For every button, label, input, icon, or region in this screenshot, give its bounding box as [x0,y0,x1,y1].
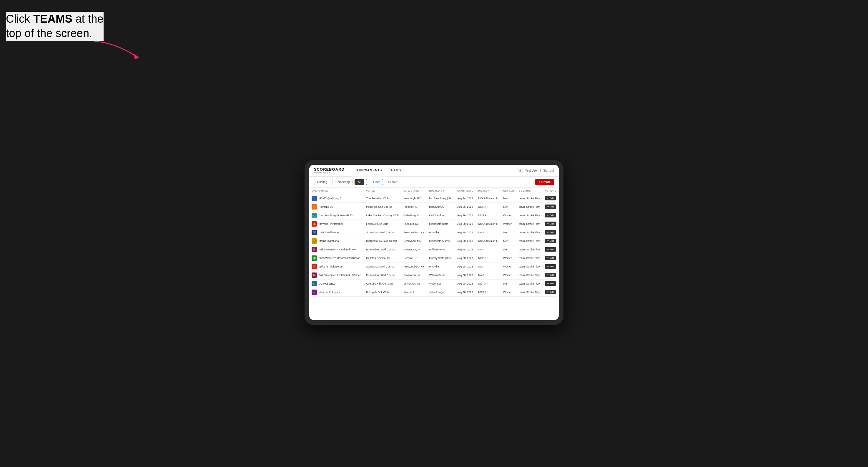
cell-division: NICAA II [476,254,501,262]
edit-button[interactable]: ✏ Edit [545,247,556,252]
cell-event-name: 🐻 upike fall invitational [309,262,364,271]
cell-division: NICAA II [476,279,501,288]
cell-gender: Women [501,288,517,296]
cell-scoring: team, Stroke Play [517,262,542,271]
cell-actions: ✏ Edit [542,271,559,279]
cell-division: NAIA [476,228,501,237]
col-city-state: CITY, STATE [401,188,427,194]
cell-city-state: Oskaloosa, IA [401,271,427,279]
event-name-text: 2023 Women's Hesston Fall Kickoff [319,257,360,259]
edit-button[interactable]: ✏ Edit [545,239,556,243]
cell-venue: Ruttger's Bay Lake Resort [364,237,401,245]
app-header: SCOREBOARD Powered by clippit TOURNAMENT… [309,165,559,177]
edit-button[interactable]: ✏ Edit [545,222,556,226]
cell-division: NAIA [476,245,501,254]
cell-actions: ✏ Edit [542,245,559,254]
table-row: ⛳ Highland 36 Park Hills Golf Course Fre… [309,203,559,211]
table-row: 🏛 Fall Statesmen Invitational - Men Edmu… [309,245,559,254]
team-icon: 🦅 [312,281,317,286]
cell-gender: Men [501,237,517,245]
cell-gender: Women [501,211,517,220]
nav-tournaments[interactable]: TOURNAMENTS [351,165,385,177]
sign-out-link[interactable]: Sign out [543,169,554,172]
cell-scoring: team, Stroke Play [517,228,542,237]
cell-venue: Lake Bracken Country Club [364,211,401,220]
cell-scoring: team, Stroke Play [517,237,542,245]
arrow-indicator [91,38,150,63]
table-row: 🦅 Carl Sandburg Women FA23 Lake Bracken … [309,211,559,220]
edit-button[interactable]: ✏ Edit [545,264,556,269]
cell-scoring: team, Stroke Play [517,279,542,288]
col-scoring: SCORING [517,188,542,194]
user-name: Test User [525,169,537,172]
edit-button[interactable]: ✏ Edit [545,290,556,294]
cell-venue: StoneCrest Golf Course [364,262,401,271]
cell-scoring: team, Stroke Play [517,288,542,296]
filter-button[interactable]: ☰ Filter [366,179,383,185]
event-name-text: UPIKE Fall Invite [319,231,339,234]
edit-button[interactable]: ✏ Edit [545,281,556,286]
instruction-text: Click TEAMS at thetop of the screen. [6,12,103,41]
team-icon: 🐻 [312,230,317,235]
cell-hosted-by: John A Logan [427,288,455,296]
cell-start-date: Aug 28, 2023 [455,279,476,288]
cell-start-date: Aug 26, 2023 [455,211,476,220]
table-body: 🏌 MSMC Qualifying 1 The Powelton Club Ne… [309,194,559,296]
cell-actions: ✏ Edit [542,288,559,296]
cell-venue: Park Hills Golf Course [364,203,401,211]
col-division: DIVISION [476,188,501,194]
cell-scoring: team, Stroke Play [517,203,542,211]
cell-scoring: team, Stroke Play [517,211,542,220]
team-icon: 🦅 [312,213,317,218]
logo-text: SCOREBOARD [314,167,345,172]
team-icon: 🦁 [312,238,317,244]
edit-button[interactable]: ✏ Edit [545,213,556,217]
cell-hosted-by: William Penn [427,271,455,279]
edit-button[interactable]: ✏ Edit [545,256,556,260]
nav-teams[interactable]: TEAMS [385,165,405,177]
event-name-text: Morris Invitational [319,240,340,243]
cell-scoring: team, Stroke Play [517,271,542,279]
svg-marker-0 [134,54,139,59]
cell-event-name: 🐻 UPIKE Fall Invite [309,228,364,237]
edit-button[interactable]: ✏ Edit [545,273,556,277]
cell-actions: ✏ Edit [542,262,559,271]
cell-hosted-by: Mt. Saint Mary (NY) [427,194,455,203]
cell-event-name: 🦅 Klash at Kokopelli [309,288,364,296]
hosting-tab[interactable]: Hosting [314,179,331,185]
edit-button[interactable]: ✏ Edit [545,230,556,235]
edit-button[interactable]: ✏ Edit [545,196,556,200]
filter-icon: ☰ [369,180,372,184]
cell-actions: ✏ Edit [542,194,559,203]
cell-event-name: 🏌 MSMC Qualifying 1 [309,194,364,203]
search-box[interactable] [385,179,534,185]
cell-hosted-by: Murray State (OK) [427,254,455,262]
cell-division: NAIA [476,262,501,271]
event-name-text: Maverick Invitational [319,222,343,225]
all-tab[interactable]: All [354,179,364,185]
cell-scoring: team, Stroke Play [517,254,542,262]
cell-actions: ✏ Edit [542,203,559,211]
cell-venue: StoneCrest Golf Course [364,228,401,237]
cell-gender: Women [501,262,517,271]
cell-event-name: 🌟 2023 Women's Hesston Fall Kickoff [309,254,364,262]
cell-venue: Faribault Golf Club [364,220,401,228]
col-event-name: EVENT NAME [309,188,364,194]
competing-tab[interactable]: Competing [332,179,353,185]
create-button[interactable]: + Create [535,179,554,185]
event-name-text: Klash at Kokopelli [319,291,340,294]
cell-scoring: team, Stroke Play [517,194,542,203]
settings-icon[interactable]: ⚙ [518,168,523,173]
event-name-text: MSMC Qualifying 1 [319,197,342,200]
cell-venue: Cypress Hills Golf Club [364,279,401,288]
cell-division: NCAA Division III [476,194,501,203]
edit-button[interactable]: ✏ Edit [545,205,556,209]
cell-venue: Hesston Golf Course [364,254,401,262]
toolbar: Hosting Competing All ☰ Filter + Create [309,177,559,188]
table-row: 🐻 upike fall invitational StoneCrest Gol… [309,262,559,271]
cell-actions: ✏ Edit [542,237,559,245]
cell-event-name: 🏛 Fall Statesmen Invitational - Men [309,245,364,254]
cell-gender: Men [501,203,517,211]
cell-city-state: Deerwood, MN [401,237,427,245]
search-input[interactable] [385,179,534,185]
